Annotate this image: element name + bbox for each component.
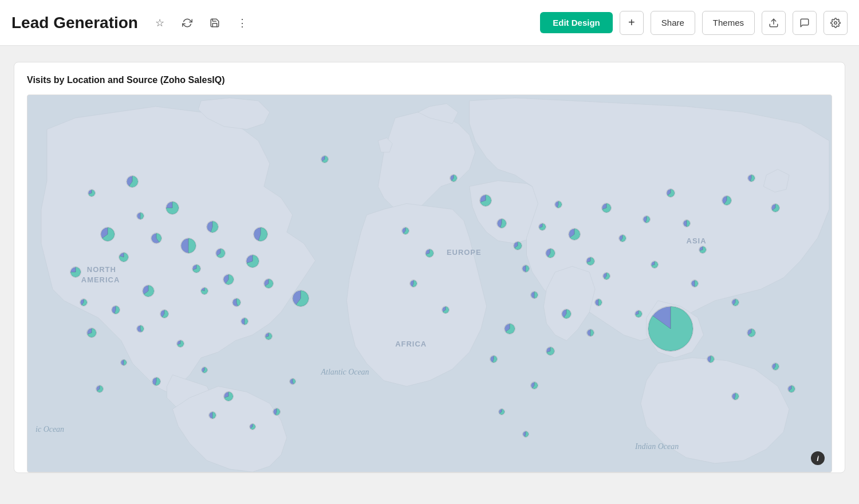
svg-text:Indian Ocean: Indian Ocean [635,442,679,451]
svg-text:NORTH: NORTH [87,265,116,274]
page-title: Lead Generation [11,14,138,32]
svg-text:ic Ocean: ic Ocean [36,425,64,434]
favorite-button[interactable]: ☆ [149,13,170,33]
svg-text:ASIA: ASIA [687,237,707,245]
svg-point-1 [834,21,837,24]
save-button[interactable] [204,13,225,33]
settings-button[interactable] [823,11,848,35]
svg-text:AMERICA: AMERICA [81,275,120,284]
themes-button[interactable]: Themes [702,11,755,35]
svg-text:AFRICA: AFRICA [395,340,427,348]
info-icon[interactable]: i [811,451,825,465]
edit-design-button[interactable]: Edit Design [540,12,613,33]
share-button[interactable]: Share [651,11,695,35]
map-card: Visits by Location and Source (Zoho Sale… [14,62,845,473]
svg-text:EUROPE: EUROPE [447,248,482,257]
export-button[interactable] [762,11,786,35]
add-button[interactable]: + [620,11,644,35]
more-options-button[interactable]: ⋮ [232,13,253,33]
svg-text:Atlantic Ocean: Atlantic Ocean [321,368,369,377]
refresh-button[interactable] [177,13,198,33]
header: Lead Generation ☆ ⋮ Edit Design + Share … [0,0,859,46]
card-title: Visits by Location and Source (Zoho Sale… [27,75,832,85]
map-container: Atlantic Ocean Indian Ocean ic Ocean NOR… [27,94,832,472]
comment-button[interactable] [793,11,817,35]
main-content: Visits by Location and Source (Zoho Sale… [0,46,859,489]
